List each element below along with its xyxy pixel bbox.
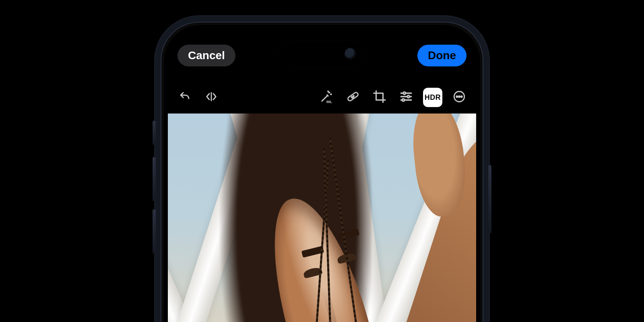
svg-point-1: [330, 94, 331, 95]
side-button-volume-up: [153, 157, 156, 201]
svg-point-13: [402, 99, 405, 101]
more-button[interactable]: [450, 88, 469, 107]
adjust-button[interactable]: [396, 88, 416, 107]
svg-point-16: [458, 96, 460, 97]
crop-icon: [373, 90, 386, 105]
compare-button[interactable]: [202, 88, 221, 107]
editor-toolbar: ML: [168, 85, 476, 109]
sliders-adjust-icon: [399, 90, 413, 105]
hdr-toggle[interactable]: HDR: [423, 88, 442, 107]
svg-point-2: [328, 91, 328, 92]
dynamic-island: [278, 40, 366, 68]
undo-button[interactable]: [175, 88, 194, 107]
done-button[interactable]: Done: [417, 45, 466, 66]
svg-text:ML: ML: [326, 99, 332, 103]
svg-point-7: [353, 97, 353, 98]
phone-frame: Cancel Done: [155, 16, 489, 322]
phone-screen: Cancel Done: [168, 29, 476, 322]
side-button-volume-down: [153, 209, 156, 254]
stage: Cancel Done: [0, 0, 644, 322]
svg-point-9: [403, 92, 406, 95]
svg-point-11: [407, 95, 410, 98]
svg-point-15: [456, 96, 458, 97]
photo-subject: [168, 114, 476, 322]
side-button-power: [488, 165, 491, 233]
undo-icon: [179, 91, 191, 104]
svg-point-6: [353, 95, 354, 96]
heal-button[interactable]: [343, 88, 363, 107]
bandage-heal-icon: [346, 90, 360, 105]
side-button-silence: [153, 121, 156, 145]
cancel-button[interactable]: Cancel: [178, 45, 235, 66]
svg-point-17: [461, 96, 462, 97]
more-ellipsis-icon: [452, 90, 466, 105]
magic-ml-button[interactable]: ML: [317, 88, 336, 107]
code-compare-icon: [205, 91, 217, 104]
hdr-label: HDR: [425, 93, 441, 102]
photo-canvas[interactable]: [168, 114, 476, 322]
magic-wand-ml-icon: ML: [320, 90, 333, 105]
svg-point-0: [329, 92, 330, 93]
crop-button[interactable]: [370, 88, 389, 107]
